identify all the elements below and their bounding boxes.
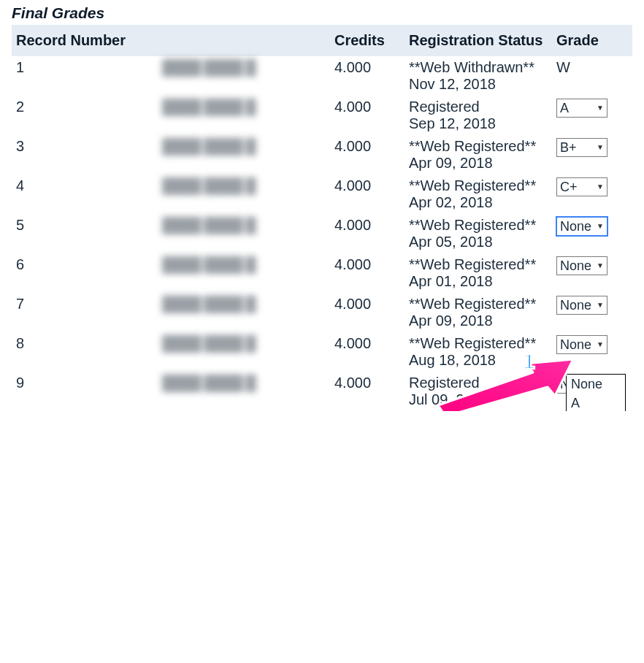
- cell-student-name: ████ ████ █: [158, 175, 330, 214]
- cell-registration-status: **Web Registered**Apr 09, 2018: [405, 293, 552, 332]
- grade-dropdown-list[interactable]: NoneAA-B+BB-C+CC-D+DD-F: [566, 374, 626, 411]
- cell-record-number: 1: [12, 56, 158, 96]
- cell-grade: None: [552, 253, 632, 293]
- cell-credits: 4.000: [330, 293, 405, 332]
- cell-credits: 4.000: [330, 372, 405, 411]
- cell-credits: 4.000: [330, 175, 405, 214]
- col-header-name: [158, 25, 330, 56]
- cell-grade: C+: [552, 175, 632, 214]
- cell-record-number: 7: [12, 293, 158, 332]
- table-row: 6████ ████ █4.000**Web Registered**Apr 0…: [12, 253, 632, 293]
- cell-student-name: ████ ████ █: [158, 214, 330, 253]
- col-header-regstatus: Registration Status: [405, 25, 552, 56]
- grade-select[interactable]: A: [556, 99, 607, 118]
- cell-grade: None: [552, 293, 632, 332]
- cell-registration-status: RegisteredJul 09, 2018: [405, 372, 552, 411]
- cell-grade: None: [552, 332, 632, 372]
- annotation-label-1: 1: [523, 349, 535, 374]
- table-row: 5████ ████ █4.000**Web Registered**Apr 0…: [12, 214, 632, 253]
- cell-student-name: ████ ████ █: [158, 253, 330, 293]
- cell-credits: 4.000: [330, 135, 405, 175]
- cell-registration-status: **Web Registered**Apr 09, 2018: [405, 135, 552, 175]
- grade-option[interactable]: None: [567, 375, 625, 394]
- cell-record-number: 5: [12, 214, 158, 253]
- table-row: 2████ ████ █4.000RegisteredSep 12, 2018A: [12, 96, 632, 135]
- cell-registration-status: RegisteredSep 12, 2018: [405, 96, 552, 135]
- cell-credits: 4.000: [330, 96, 405, 135]
- cell-grade: W: [552, 56, 632, 96]
- table-row: 7████ ████ █4.000**Web Registered**Apr 0…: [12, 293, 632, 332]
- table-row: 8████ ████ █4.000**Web Registered**Aug 1…: [12, 332, 632, 372]
- grade-option[interactable]: A: [567, 394, 625, 411]
- cell-record-number: 9: [12, 372, 158, 411]
- cell-grade: A: [552, 96, 632, 135]
- cell-credits: 4.000: [330, 56, 405, 96]
- cell-student-name: ████ ████ █: [158, 56, 330, 96]
- table-row: 9████ ████ █4.000RegisteredJul 09, 2018N…: [12, 372, 632, 411]
- page-title: Final Grades: [12, 0, 632, 25]
- table-row: 1████ ████ █4.000**Web Withdrawn**Nov 12…: [12, 56, 632, 96]
- grade-select[interactable]: None: [556, 256, 607, 275]
- cell-record-number: 6: [12, 253, 158, 293]
- cell-registration-status: **Web Withdrawn**Nov 12, 2018: [405, 56, 552, 96]
- cell-record-number: 4: [12, 175, 158, 214]
- cell-registration-status: **Web Registered**Apr 01, 2018: [405, 253, 552, 293]
- col-header-credits: Credits: [330, 25, 405, 56]
- table-row: 4████ ████ █4.000**Web Registered**Apr 0…: [12, 175, 632, 214]
- grades-table: Record Number Credits Registration Statu…: [12, 25, 632, 411]
- cell-student-name: ████ ████ █: [158, 372, 330, 411]
- cell-student-name: ████ ████ █: [158, 293, 330, 332]
- grade-select[interactable]: None: [556, 296, 607, 315]
- grade-select[interactable]: None: [556, 217, 607, 236]
- cell-credits: 4.000: [330, 253, 405, 293]
- cell-credits: 4.000: [330, 332, 405, 372]
- grade-select[interactable]: None: [556, 335, 607, 354]
- grade-select[interactable]: B+: [556, 138, 607, 157]
- cell-grade: B+: [552, 135, 632, 175]
- col-header-grade: Grade: [552, 25, 632, 56]
- cell-student-name: ████ ████ █: [158, 332, 330, 372]
- cell-registration-status: **Web Registered**Apr 05, 2018: [405, 214, 552, 253]
- cell-record-number: 3: [12, 135, 158, 175]
- cell-record-number: 8: [12, 332, 158, 372]
- cell-registration-status: **Web Registered**Apr 02, 2018: [405, 175, 552, 214]
- grade-select[interactable]: C+: [556, 177, 607, 196]
- cell-credits: 4.000: [330, 214, 405, 253]
- table-row: 3████ ████ █4.000**Web Registered**Apr 0…: [12, 135, 632, 175]
- cell-student-name: ████ ████ █: [158, 135, 330, 175]
- col-header-record: Record Number: [12, 25, 158, 56]
- cell-grade: None: [552, 214, 632, 253]
- cell-record-number: 2: [12, 96, 158, 135]
- cell-student-name: ████ ████ █: [158, 96, 330, 135]
